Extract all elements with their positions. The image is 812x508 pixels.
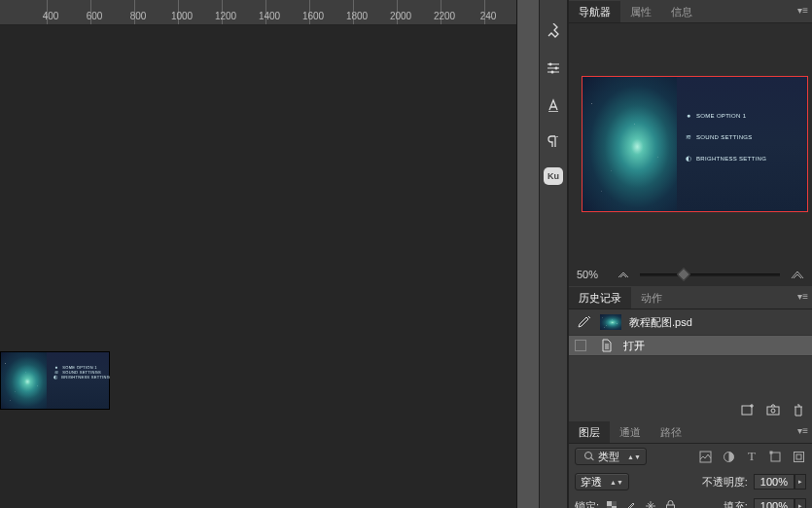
svg-rect-14	[612, 501, 617, 506]
opacity-dropdown-icon[interactable]: ▸	[794, 474, 806, 490]
fill-value[interactable]: 100%	[754, 498, 794, 508]
canvas-area: 400 600 800 1000 1200 1400 1600 1800 200…	[0, 0, 539, 508]
navigator-tabbar: 导航器 属性 信息 ▾≡	[569, 0, 812, 23]
svg-point-2	[551, 71, 554, 74]
ruler-tick: 2000	[386, 11, 415, 21]
lock-pixels-icon[interactable]	[624, 499, 638, 508]
svg-rect-12	[607, 501, 612, 506]
filter-type-icon[interactable]: T	[744, 449, 759, 464]
filter-adjustment-icon[interactable]	[721, 449, 736, 464]
history-panel: 教程配图.psd 打开	[569, 309, 812, 420]
ruler-tick: 400	[36, 11, 65, 21]
brightness-icon: ◐	[685, 155, 692, 163]
fill-label: 填充:	[724, 499, 748, 509]
svg-rect-3	[742, 406, 752, 415]
panel-menu-icon[interactable]: ▾≡	[797, 291, 808, 302]
tab-paths[interactable]: 路径	[651, 421, 691, 443]
blend-mode-label: 穿透	[581, 475, 602, 490]
document-icon	[600, 339, 614, 352]
zoom-out-icon[interactable]	[616, 270, 630, 279]
character-icon[interactable]	[542, 93, 565, 117]
bullet-icon: ●	[685, 112, 692, 120]
navigator-preview[interactable]: ●SOME OPTION 1 ≋SOUND SETTINGS ◐BRIGHTNE…	[582, 76, 808, 212]
new-doc-from-state-icon[interactable]	[740, 403, 756, 417]
tab-layers[interactable]: 图层	[569, 421, 610, 443]
filter-shape-icon[interactable]	[767, 449, 783, 464]
svg-rect-10	[794, 452, 803, 461]
svg-point-0	[549, 63, 552, 66]
svg-point-1	[555, 67, 558, 70]
svg-rect-4	[767, 407, 779, 415]
tab-attributes[interactable]: 属性	[620, 1, 661, 22]
brush-tool-icon[interactable]	[542, 19, 565, 43]
adjustments-icon[interactable]	[542, 56, 565, 80]
kuler-label: Ku	[547, 171, 559, 181]
history-file-name: 教程配图.psd	[629, 315, 692, 330]
sound-icon: ≋	[685, 133, 692, 141]
tab-actions[interactable]: 动作	[631, 287, 672, 308]
navigator-panel: ●SOME OPTION 1 ≋SOUND SETTINGS ◐BRIGHTNE…	[569, 23, 812, 286]
lock-transparency-icon[interactable]	[605, 499, 618, 508]
ruler-tick: 2200	[430, 11, 459, 21]
slider-thumb[interactable]	[677, 268, 690, 281]
layer-filter-select[interactable]: 类型 ▲▼	[575, 448, 647, 465]
history-step-label: 打开	[623, 339, 645, 353]
chevron-updown-icon: ▲▼	[627, 454, 641, 460]
ruler-tick: 800	[124, 11, 153, 21]
tab-info[interactable]: 信息	[661, 1, 702, 22]
tab-channels[interactable]: 通道	[610, 421, 651, 443]
lock-all-icon[interactable]	[663, 499, 677, 508]
tab-navigator[interactable]: 导航器	[569, 1, 620, 22]
ruler-tick: 1400	[255, 11, 284, 21]
zoom-value[interactable]: 50%	[577, 269, 606, 280]
layers-tabbar: 图层 通道 路径 ▾≡	[569, 420, 812, 444]
document-preview[interactable]: ●SOME OPTION 1 ≋SOUND SETTINGS ◐BRIGHTNE…	[0, 351, 110, 410]
right-panels: 导航器 属性 信息 ▾≡ ●SOME OPTION 1 ≋SOUND SETTI…	[568, 0, 812, 508]
trash-icon[interactable]	[791, 403, 806, 417]
tab-history[interactable]: 历史记录	[569, 287, 631, 308]
history-source-row[interactable]: 教程配图.psd	[569, 309, 812, 335]
zoom-in-icon[interactable]	[790, 270, 804, 279]
zoom-slider[interactable]	[640, 269, 780, 280]
svg-rect-9	[769, 451, 772, 454]
svg-rect-11	[796, 454, 801, 459]
filter-pixel-icon[interactable]	[697, 449, 713, 464]
fill-dropdown-icon[interactable]: ▸	[794, 498, 806, 508]
navigator-zoom-bar: 50%	[569, 267, 812, 282]
panel-menu-icon[interactable]: ▾≡	[797, 5, 808, 16]
ruler-tick: 1600	[299, 11, 328, 21]
history-footer	[740, 403, 806, 417]
layer-filter-kind: 类型	[598, 450, 619, 464]
menu-item-label: BRIGHTNESS SETTING	[61, 375, 110, 380]
panel-menu-icon[interactable]: ▾≡	[797, 425, 808, 436]
filter-smartobject-icon[interactable]	[791, 449, 806, 464]
ruler-tick: 1000	[167, 11, 196, 21]
history-thumbnail	[600, 314, 621, 330]
snapshot-icon[interactable]	[765, 403, 781, 417]
canvas-scroll-edge[interactable]	[516, 0, 539, 508]
canvas-body[interactable]: ●SOME OPTION 1 ≋SOUND SETTINGS ◐BRIGHTNE…	[0, 25, 539, 508]
kuler-badge[interactable]: Ku	[544, 167, 563, 185]
vertical-toolbar: Ku	[539, 0, 568, 508]
ruler-tick: 240	[474, 11, 503, 21]
svg-point-5	[771, 409, 775, 413]
brightness-icon: ◐	[53, 375, 57, 380]
menu-item-label: SOME OPTION 1	[696, 113, 746, 119]
paragraph-icon[interactable]	[542, 130, 565, 154]
lock-position-icon[interactable]	[644, 499, 657, 508]
opacity-value[interactable]: 100%	[754, 474, 794, 490]
ruler-tick: 1800	[342, 11, 371, 21]
ruler-tick: 600	[80, 11, 109, 21]
chevron-updown-icon: ▲▼	[610, 479, 623, 486]
menu-item-label: BRIGHTNESS SETTING	[696, 156, 766, 162]
menu-item-label: SOUND SETTINGS	[696, 134, 753, 140]
history-tabbar: 历史记录 动作 ▾≡	[569, 286, 812, 309]
history-brush-icon	[577, 314, 592, 330]
history-step-row[interactable]: 打开	[569, 335, 812, 356]
layers-panel: 类型 ▲▼ T 穿透 ▲▼ 不透明度: 100% ▸ 锁定:	[569, 444, 812, 508]
blend-mode-select[interactable]: 穿透 ▲▼	[575, 473, 629, 490]
search-icon	[584, 452, 594, 461]
opacity-label: 不透明度:	[702, 475, 748, 490]
horizontal-ruler[interactable]: 400 600 800 1000 1200 1400 1600 1800 200…	[0, 0, 539, 25]
history-step-checkbox[interactable]	[575, 340, 586, 351]
